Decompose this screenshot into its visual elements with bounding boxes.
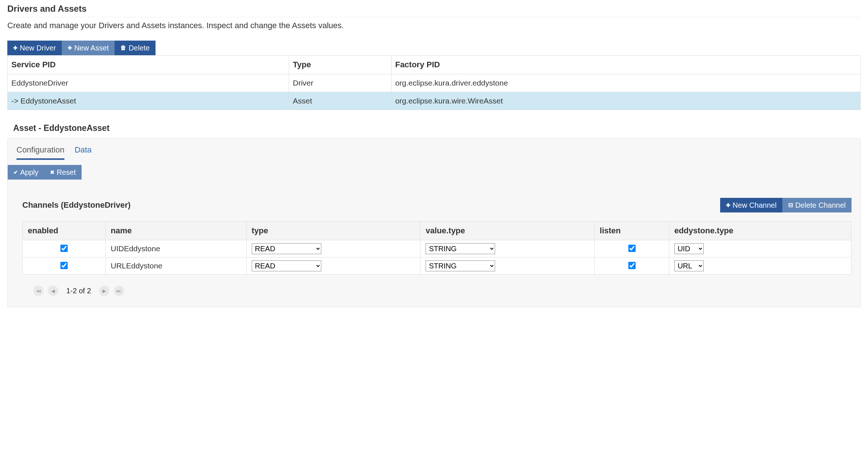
plus-icon: [68, 44, 72, 51]
minus-square-icon: [788, 201, 793, 208]
type-select[interactable]: READ: [252, 260, 321, 271]
cell-value-type: STRING: [420, 257, 595, 275]
cell-enabled: [23, 240, 106, 257]
delete-button[interactable]: Delete: [115, 41, 156, 55]
asset-heading: Asset - EddystoneAsset: [13, 123, 861, 133]
cell-type: READ: [246, 257, 420, 275]
col-listen[interactable]: listen: [594, 222, 669, 240]
col-channel-type[interactable]: type: [246, 222, 420, 240]
listen-checkbox[interactable]: [628, 245, 636, 252]
apply-button[interactable]: Apply: [8, 165, 44, 180]
reset-button[interactable]: Reset: [44, 165, 82, 180]
page-subtitle: Create and manage your Drivers and Asset…: [7, 21, 861, 30]
pager-prev-button[interactable]: ◀: [48, 286, 58, 296]
tab-configuration[interactable]: Configuration: [16, 145, 64, 160]
col-enabled[interactable]: enabled: [23, 222, 106, 240]
enabled-checkbox[interactable]: [60, 262, 68, 269]
page-title: Drivers and Assets: [7, 4, 861, 17]
cell-enabled: [23, 257, 106, 275]
col-type[interactable]: Type: [289, 56, 392, 74]
table-row[interactable]: EddystoneDriverDriverorg.eclipse.kura.dr…: [8, 74, 861, 92]
trash-icon: [120, 44, 126, 51]
x-icon: [50, 169, 55, 176]
enabled-checkbox[interactable]: [60, 245, 68, 252]
table-row[interactable]: URLEddystoneREADSTRINGUIDURL: [23, 257, 852, 275]
drivers-assets-table: Service PID Type Factory PID EddystoneDr…: [7, 55, 861, 110]
listen-checkbox[interactable]: [628, 262, 636, 269]
table-cell: EddystoneDriver: [8, 74, 289, 92]
plus-icon: [13, 44, 18, 51]
table-row[interactable]: -> EddystoneAssetAssetorg.eclipse.kura.w…: [8, 92, 861, 110]
asset-panel: Configuration Data Apply Reset Channels …: [7, 138, 861, 307]
asset-actions: Apply Reset: [8, 165, 860, 180]
new-driver-button[interactable]: New Driver: [7, 41, 62, 55]
table-cell: org.eclipse.kura.driver.eddystone: [391, 74, 860, 92]
pager: ⏮ ◀ 1-2 of 2 ▶ ⏭: [22, 286, 852, 296]
type-select[interactable]: READ: [252, 243, 321, 254]
tab-data[interactable]: Data: [75, 145, 91, 160]
new-channel-label: New Channel: [733, 201, 777, 210]
new-channel-button[interactable]: New Channel: [720, 198, 782, 212]
pager-next-button[interactable]: ▶: [99, 286, 109, 296]
cell-value-type: STRING: [420, 240, 595, 257]
check-icon: [14, 169, 18, 176]
table-cell: org.eclipse.kura.wire.WireAsset: [391, 92, 860, 110]
channels-title: Channels (EddystoneDriver): [22, 200, 131, 210]
asset-tabs: Configuration Data: [8, 139, 860, 160]
eddystone-type-select[interactable]: UIDURL: [674, 260, 704, 271]
eddystone-type-select[interactable]: UIDURL: [674, 243, 704, 254]
cell-type: READ: [246, 240, 420, 257]
value-type-select[interactable]: STRING: [426, 260, 495, 271]
cell-name: UIDEddystone: [105, 240, 246, 257]
delete-channel-button[interactable]: Delete Channel: [782, 198, 852, 212]
cell-listen: [594, 257, 669, 275]
main-toolbar: New Driver New Asset Delete: [7, 41, 861, 55]
new-asset-button[interactable]: New Asset: [62, 41, 115, 55]
apply-label: Apply: [20, 168, 38, 177]
delete-label: Delete: [128, 44, 150, 52]
value-type-select[interactable]: STRING: [426, 243, 495, 254]
plus-square-icon: [726, 201, 730, 208]
col-value-type[interactable]: value.type: [420, 222, 595, 240]
table-cell: Asset: [289, 92, 392, 110]
channels-table: enabled name type value.type listen eddy…: [22, 221, 852, 275]
table-cell: Driver: [289, 74, 392, 92]
new-asset-label: New Asset: [74, 44, 109, 52]
delete-channel-label: Delete Channel: [795, 201, 846, 210]
cell-eddystone-type: UIDURL: [669, 257, 851, 275]
pager-last-button[interactable]: ⏭: [114, 286, 124, 296]
new-driver-label: New Driver: [20, 44, 56, 52]
pager-info: 1-2 of 2: [66, 287, 91, 295]
table-cell: -> EddystoneAsset: [8, 92, 289, 110]
cell-listen: [594, 240, 669, 257]
cell-eddystone-type: UIDURL: [669, 240, 851, 257]
cell-name: URLEddystone: [105, 257, 246, 275]
col-eddystone-type[interactable]: eddystone.type: [669, 222, 851, 240]
col-factory-pid[interactable]: Factory PID: [391, 56, 860, 74]
col-service-pid[interactable]: Service PID: [8, 56, 289, 74]
col-name[interactable]: name: [105, 222, 246, 240]
reset-label: Reset: [57, 168, 76, 177]
table-row[interactable]: UIDEddystoneREADSTRINGUIDURL: [23, 240, 852, 257]
pager-first-button[interactable]: ⏮: [33, 286, 44, 296]
